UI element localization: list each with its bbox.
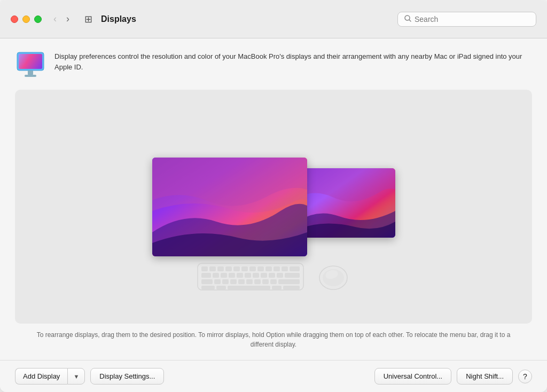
svg-rect-28	[253, 273, 259, 278]
description-text: Display preferences control the resoluti…	[54, 51, 532, 72]
grid-view-button[interactable]: ⊞	[80, 11, 97, 27]
back-button[interactable]: ‹	[50, 12, 60, 26]
add-display-button[interactable]: Add Display	[15, 368, 67, 385]
bottom-bar: Add Display ▼ Display Settings... Univer…	[0, 360, 547, 392]
add-display-group: Add Display ▼	[15, 368, 85, 385]
svg-rect-35	[222, 279, 229, 284]
keyboard-icon	[197, 261, 304, 294]
svg-rect-47	[283, 286, 300, 289]
svg-rect-42	[278, 279, 300, 284]
svg-rect-11	[209, 266, 216, 271]
svg-line-1	[409, 20, 411, 21]
svg-rect-34	[214, 279, 221, 284]
svg-rect-23	[213, 273, 219, 278]
svg-rect-29	[261, 273, 267, 278]
forward-button[interactable]: ›	[63, 12, 73, 26]
description-row: Display preferences control the resoluti…	[15, 51, 532, 79]
search-box[interactable]	[397, 12, 536, 27]
traffic-lights	[11, 15, 42, 23]
main-display-thumb[interactable]	[152, 158, 307, 256]
instructions-text: To rearrange displays, drag them to the …	[15, 330, 532, 349]
svg-rect-27	[245, 273, 251, 278]
svg-rect-18	[265, 266, 272, 271]
svg-rect-39	[254, 279, 261, 284]
minimize-button[interactable]	[22, 15, 30, 23]
maximize-button[interactable]	[34, 15, 42, 23]
displays-preview	[152, 158, 395, 256]
svg-rect-6	[25, 75, 36, 77]
display-icon	[15, 51, 46, 79]
display-settings-button[interactable]: Display Settings...	[90, 368, 164, 385]
svg-rect-15	[241, 266, 248, 271]
night-shift-button[interactable]: Night Shift...	[457, 368, 513, 385]
help-button[interactable]: ?	[518, 370, 532, 383]
nav-buttons: ‹ ›	[50, 12, 73, 26]
titlebar: ‹ › ⊞ Displays	[0, 0, 547, 38]
svg-rect-33	[201, 279, 213, 284]
svg-rect-13	[225, 266, 232, 271]
universal-control-button[interactable]: Universal Control...	[374, 368, 452, 385]
svg-rect-21	[290, 266, 300, 271]
window-title: Displays	[101, 14, 397, 24]
svg-rect-16	[249, 266, 256, 271]
svg-rect-44	[216, 286, 226, 289]
content-area: Display preferences control the resoluti…	[0, 38, 547, 360]
svg-rect-45	[228, 286, 270, 289]
mouse-icon	[317, 263, 350, 293]
svg-rect-22	[201, 273, 211, 278]
svg-rect-31	[277, 273, 283, 278]
system-preferences-window: ‹ › ⊞ Displays	[0, 0, 547, 392]
svg-rect-14	[233, 266, 240, 271]
svg-rect-19	[274, 266, 280, 271]
add-display-arrow-button[interactable]: ▼	[67, 368, 85, 385]
svg-rect-5	[28, 70, 33, 75]
svg-rect-24	[221, 273, 227, 278]
keyboard-mouse-area	[197, 261, 350, 294]
svg-rect-17	[257, 266, 264, 271]
svg-rect-46	[272, 286, 282, 289]
svg-rect-12	[217, 266, 224, 271]
svg-rect-36	[230, 279, 237, 284]
svg-rect-25	[229, 273, 235, 278]
svg-rect-10	[201, 266, 208, 271]
svg-rect-4	[19, 54, 42, 69]
svg-rect-30	[269, 273, 275, 278]
svg-rect-41	[270, 279, 277, 284]
svg-rect-38	[246, 279, 253, 284]
display-area	[15, 90, 532, 324]
svg-rect-37	[238, 279, 245, 284]
svg-rect-20	[282, 266, 288, 271]
search-input[interactable]	[415, 15, 529, 23]
chevron-down-icon: ▼	[73, 373, 79, 380]
svg-rect-32	[285, 273, 300, 278]
close-button[interactable]	[11, 15, 18, 23]
svg-rect-26	[237, 273, 243, 278]
secondary-display-thumb[interactable]	[296, 168, 395, 238]
svg-rect-43	[201, 286, 215, 289]
svg-rect-40	[262, 279, 269, 284]
search-icon	[404, 15, 411, 23]
